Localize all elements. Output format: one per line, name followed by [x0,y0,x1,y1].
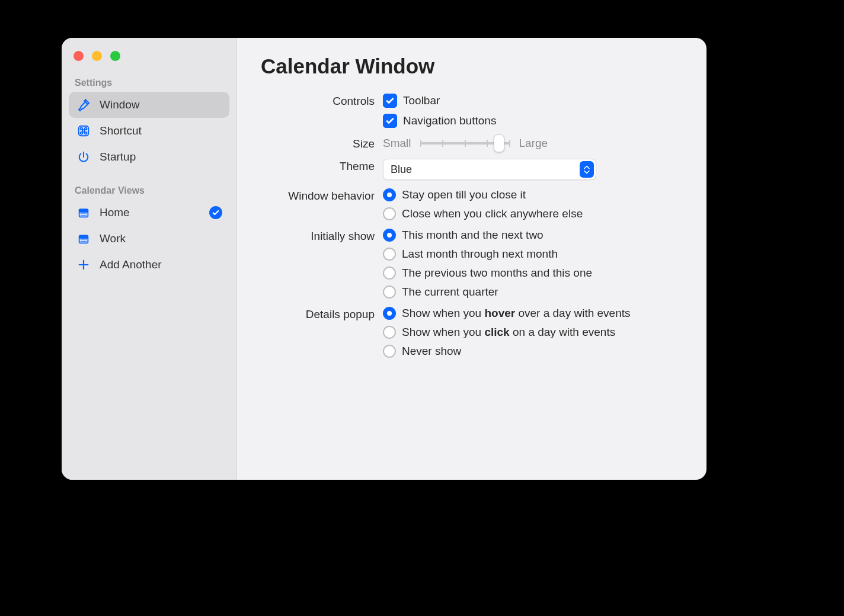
checkbox-icon [383,114,397,128]
theme-select[interactable]: Blue [383,159,596,180]
initially-show-option-3[interactable]: The current quarter [383,285,683,299]
radio-icon [383,188,396,201]
main-content: Calendar Window Controls Toolbar Navigat… [237,38,706,480]
details-popup-option-2[interactable]: Never show [383,345,683,358]
window-controls [69,49,229,74]
details-popup-label: Details popup [261,307,383,321]
window-behavior-option-1[interactable]: Close when you click anywhere else [383,207,683,220]
sidebar-item-label: Shortcut [100,124,222,137]
radio-icon [383,229,396,242]
radio-icon [383,248,396,261]
initially-show-label: Initially show [261,229,383,243]
radio-label: The previous two months and this one [402,267,592,280]
page-title: Calendar Window [261,54,683,78]
radio-icon [383,326,396,339]
toolbar-checkbox-row[interactable]: Toolbar [383,94,683,108]
radio-icon [383,285,396,299]
sidebar-item-label: Work [100,232,222,245]
checkmark-badge-icon [209,206,222,219]
window-behavior-option-0[interactable]: Stay open till you close it [383,188,683,201]
theme-label: Theme [261,159,383,173]
sidebar: Settings Window Shortcut [62,38,237,480]
initially-show-option-2[interactable]: The previous two months and this one [383,267,683,280]
theme-value: Blue [391,163,412,176]
sidebar-section-settings: Settings [69,74,229,92]
radio-label: The current quarter [402,285,498,299]
radio-label: Show when you click on a day with events [402,326,615,339]
sidebar-item-label: Home [100,206,201,219]
checkbox-label: Toolbar [403,94,440,107]
checkbox-icon [383,94,397,108]
size-small-label: Small [383,137,411,150]
command-icon [76,124,91,137]
sidebar-item-label: Startup [100,150,222,163]
svg-rect-2 [79,209,89,212]
size-large-label: Large [519,137,548,150]
zoom-window-button[interactable] [110,51,120,61]
radio-label: Stay open till you close it [402,188,526,201]
svg-rect-0 [79,126,89,136]
initially-show-option-1[interactable]: Last month through next month [383,248,683,261]
checkbox-label: Navigation buttons [403,114,496,127]
radio-label: Show when you hover over a day with even… [402,307,631,320]
radio-icon [383,207,396,220]
nav-buttons-checkbox-row[interactable]: Navigation buttons [383,114,683,128]
window-behavior-label: Window behavior [261,188,383,203]
calendar-icon [76,232,91,245]
sidebar-view-work[interactable]: Work [69,226,229,252]
svg-rect-3 [80,213,88,216]
close-window-button[interactable] [73,51,84,61]
calendar-icon [76,206,91,219]
select-stepper-icon [580,161,594,178]
settings-window: Settings Window Shortcut [62,38,706,480]
radio-label: Last month through next month [402,248,558,261]
radio-icon [383,267,396,280]
details-popup-option-0[interactable]: Show when you hover over a day with even… [383,307,683,320]
size-label: Size [261,136,383,150]
sidebar-view-home[interactable]: Home [69,200,229,226]
sidebar-item-label: Add Another [100,258,222,271]
power-icon [76,150,91,163]
radio-label: Close when you click anywhere else [402,207,583,220]
details-popup-option-1[interactable]: Show when you click on a day with events [383,326,683,339]
sidebar-item-window[interactable]: Window [69,92,229,118]
controls-label: Controls [261,94,383,108]
size-slider[interactable] [421,136,510,150]
paintbrush-icon [76,98,91,112]
radio-icon [383,345,396,358]
sidebar-section-views: Calendar Views [69,182,229,200]
sidebar-item-label: Window [100,98,222,111]
radio-label: Never show [402,345,461,358]
sidebar-item-startup[interactable]: Startup [69,144,229,170]
slider-thumb[interactable] [494,134,504,152]
svg-rect-7 [80,239,88,242]
sidebar-add-another[interactable]: Add Another [69,252,229,278]
plus-icon [76,258,91,271]
initially-show-option-0[interactable]: This month and the next two [383,229,683,242]
radio-icon [383,307,396,320]
sidebar-item-shortcut[interactable]: Shortcut [69,118,229,144]
radio-label: This month and the next two [402,229,544,242]
minimize-window-button[interactable] [92,51,102,61]
